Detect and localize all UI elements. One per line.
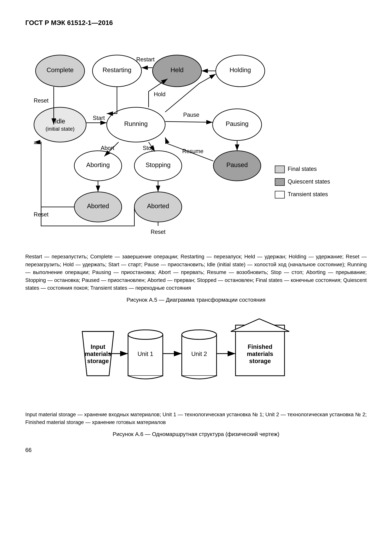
svg-text:materials: materials xyxy=(85,351,111,357)
svg-text:Stopping: Stopping xyxy=(146,161,171,168)
svg-text:Pausing: Pausing xyxy=(226,120,249,127)
svg-text:Unit 2: Unit 2 xyxy=(191,351,207,357)
svg-text:Idle: Idle xyxy=(55,118,65,125)
svg-text:Holding: Holding xyxy=(229,66,251,73)
figure6-description: Input material storage — хранение входны… xyxy=(25,410,367,426)
page-number: 66 xyxy=(25,447,367,453)
header-title: ГОСТ Р МЭК 61512-1—2016 xyxy=(25,19,367,27)
svg-point-57 xyxy=(128,330,163,339)
svg-text:Unit 1: Unit 1 xyxy=(137,351,153,357)
svg-text:Held: Held xyxy=(171,66,184,73)
svg-rect-46 xyxy=(275,178,285,186)
svg-text:Reset: Reset xyxy=(34,97,49,104)
svg-text:Aborted: Aborted xyxy=(87,203,109,210)
svg-text:Complete: Complete xyxy=(46,66,73,73)
figure6-diagram: Input materials storage Unit 1 Unit 2 Fi… xyxy=(25,313,367,404)
svg-rect-44 xyxy=(275,166,285,173)
svg-text:(initial state): (initial state) xyxy=(45,126,74,132)
svg-marker-64 xyxy=(235,325,285,376)
figure5-diagram: Complete Restarting Held Holding Idle (i… xyxy=(25,36,367,246)
figure5-description: Restart — перезапустить; Complete — заве… xyxy=(25,253,367,292)
svg-text:Paused: Paused xyxy=(226,161,248,168)
svg-text:Restarting: Restarting xyxy=(103,66,131,73)
figure6-caption: Рисунок А.6 — Одномаршрутная структура (… xyxy=(25,431,367,437)
svg-text:Quiescent states: Quiescent states xyxy=(288,178,330,185)
svg-point-10 xyxy=(34,107,86,142)
svg-text:materials: materials xyxy=(247,351,273,357)
svg-text:Finished: Finished xyxy=(248,343,272,350)
svg-text:Pause: Pause xyxy=(183,111,199,118)
svg-text:Aborted: Aborted xyxy=(147,203,169,210)
svg-line-35 xyxy=(165,122,213,122)
svg-text:Hold: Hold xyxy=(154,91,165,97)
svg-text:Transient states: Transient states xyxy=(288,191,328,197)
svg-text:storage: storage xyxy=(249,358,271,364)
svg-point-61 xyxy=(182,330,217,339)
figure5-caption: Рисунок А.5 — Диаграмма трансформации со… xyxy=(25,297,367,303)
svg-text:Reset: Reset xyxy=(151,229,165,235)
svg-text:Input: Input xyxy=(91,343,106,350)
svg-text:storage: storage xyxy=(87,358,109,364)
svg-text:Aborting: Aborting xyxy=(86,161,110,168)
svg-rect-48 xyxy=(275,191,285,198)
svg-text:Running: Running xyxy=(124,120,148,127)
svg-text:Final states: Final states xyxy=(288,166,317,172)
svg-text:Start: Start xyxy=(93,115,105,121)
svg-text:Restart: Restart xyxy=(136,56,155,63)
